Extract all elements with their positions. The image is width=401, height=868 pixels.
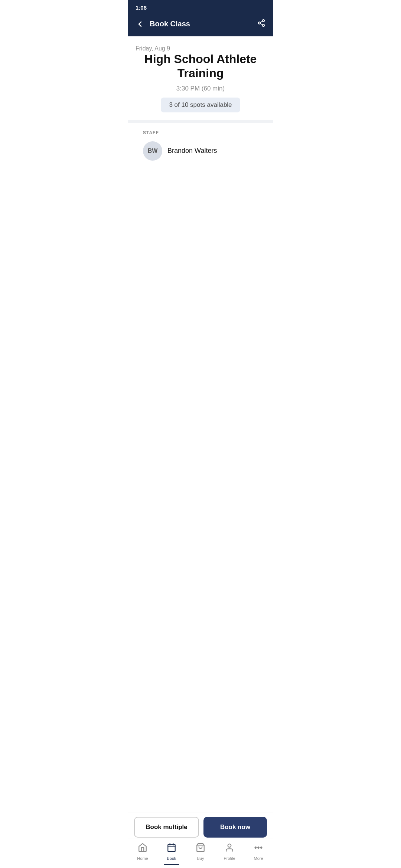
content-spacer — [136, 161, 265, 309]
staff-initials: BW — [148, 148, 158, 154]
share-icon — [257, 19, 265, 27]
staff-item: BW Brandon Walters — [143, 141, 258, 161]
spots-available-badge: 3 of 10 spots available — [161, 98, 240, 112]
staff-name: Brandon Walters — [167, 147, 217, 155]
status-time: 1:08 — [136, 4, 147, 11]
staff-section: STAFF BW Brandon Walters — [136, 123, 265, 161]
svg-point-2 — [263, 24, 265, 27]
header-title: Book Class — [150, 20, 190, 28]
staff-section-label: STAFF — [143, 130, 258, 135]
svg-line-4 — [260, 21, 263, 23]
header: Book Class — [128, 14, 273, 36]
class-date: Friday, Aug 9 — [136, 45, 170, 52]
class-title: High School Athlete Training — [136, 52, 265, 80]
back-button[interactable] — [134, 18, 146, 30]
share-button[interactable] — [256, 17, 267, 30]
staff-avatar: BW — [143, 141, 162, 161]
svg-point-0 — [263, 20, 265, 22]
status-bar: 1:08 — [128, 0, 273, 14]
header-left: Book Class — [134, 18, 190, 30]
svg-line-3 — [260, 23, 263, 25]
section-divider — [128, 120, 273, 123]
svg-point-1 — [258, 22, 261, 24]
main-content: Friday, Aug 9 High School Athlete Traini… — [128, 36, 273, 309]
class-time: 3:30 PM (60 min) — [136, 85, 265, 92]
